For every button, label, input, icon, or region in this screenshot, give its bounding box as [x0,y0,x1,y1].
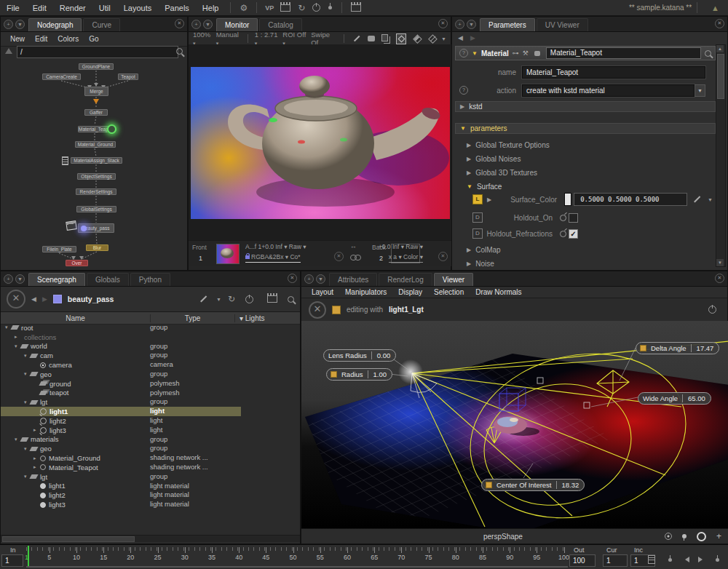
wrench-icon[interactable]: ⚒ [523,49,529,57]
viewer-viewport[interactable]: Lens Radius0.00 Radius1.00 Delta Angle17… [301,321,728,530]
pane-menu-icon[interactable]: ▼ [203,20,213,29]
menu-item[interactable]: File [0,4,26,12]
material-node-header[interactable]: ? ▼ Material ⊶ ⚒ Material_Teapot [455,46,716,60]
forward-icon[interactable]: ▶ [42,295,47,303]
column-lights[interactable]: ▾ Lights [235,314,300,322]
back-channels-text[interactable]: x a ▾ Color ▾ [389,253,423,263]
graph-node[interactable]: FileIn_Plate [42,246,76,252]
tab-scenegraph[interactable]: Scenegraph [28,273,85,286]
chevron-down-icon[interactable]: ▼ [708,197,713,202]
pane-menu-icon[interactable]: ▼ [15,274,25,284]
cur-field[interactable]: 1 [603,554,628,567]
graph-node[interactable]: CameraCreate [42,73,81,80]
tab-viewer[interactable]: Viewer [434,273,473,286]
node-search-input[interactable]: / [17,46,178,58]
scenegraph-row[interactable]: ▾ geo group [1,370,300,379]
graph-node[interactable]: Blur [86,244,108,251]
radius-manipulator[interactable]: Radius1.00 [326,368,392,381]
prev-keyframe-icon[interactable] [668,558,672,562]
menu-item[interactable]: Help [196,4,226,12]
pane-add-icon[interactable]: + [191,20,201,29]
back-icon[interactable]: ◀ [458,34,463,41]
layers-icon[interactable] [381,34,388,41]
monitor-image-area[interactable] [189,44,452,242]
tab-globals[interactable]: Globals [87,273,129,286]
lens-radius-manipulator[interactable]: Lens Radius0.00 [323,349,396,362]
step-back-icon[interactable] [685,557,689,562]
search-icon[interactable] [176,48,183,55]
render-slate-icon[interactable] [280,4,290,12]
graph-node[interactable]: Material_Teapot [78,126,112,132]
tab-renderlog[interactable]: RenderLog [379,273,432,286]
scenegraph-row[interactable]: ▸ Material_Ground shading network ... [1,453,300,463]
warning-icon[interactable]: ▲ [711,4,719,12]
scenegraph-row[interactable]: ▾ cam group [1,351,300,360]
group-colmap[interactable]: ▶ColMap [467,244,501,255]
holdout-refractions-checkbox[interactable]: ✓ [569,229,578,239]
group-surface[interactable]: ▼Surface [467,180,502,192]
pane-add-icon[interactable]: + [304,274,314,284]
compare-icon[interactable] [413,34,422,43]
graph-node[interactable]: MaterialAssign_Stack [71,157,122,164]
default-badge[interactable]: D [472,212,483,223]
group-global-3d-textures[interactable]: ▶Global 3D Textures [467,167,537,178]
expand-icon[interactable]: ▶ [487,196,491,203]
chevron-down-icon[interactable]: ▼ [441,36,446,41]
collapse-icon[interactable]: ▼ [472,50,478,57]
forward-icon[interactable]: ▶ [470,34,475,41]
name-input[interactable]: Material_Teapot [522,66,705,79]
comment-icon[interactable] [368,36,374,41]
refresh-icon[interactable]: ↻ [228,294,235,304]
settings-gear-icon[interactable]: ⚙ [240,3,248,13]
scrollbar-horizontal[interactable] [1,535,300,542]
in-field[interactable]: 1 [1,554,23,567]
graph-node[interactable]: GroundPlane [79,63,114,70]
nodegraph-menu-item[interactable]: Edit [31,35,51,43]
menu-item[interactable]: Panels [158,4,196,12]
comment-icon[interactable] [534,51,540,56]
close-icon[interactable]: ✕ [175,19,184,28]
scenegraph-row[interactable]: ▾ world group [1,342,300,351]
expression-icon[interactable] [560,231,566,237]
close-icon[interactable]: ✕ [438,19,448,28]
pixel-probe-icon[interactable] [428,34,437,43]
viewer-menu-item[interactable]: Layout [307,288,338,296]
pen-icon[interactable] [200,296,207,303]
pane-add-icon[interactable]: + [455,20,464,29]
front-clear-icon[interactable]: ✕ [334,252,344,261]
color-swatch[interactable] [564,193,571,206]
nodegraph-menu-item[interactable]: Go [85,35,102,43]
scenegraph-row[interactable]: light2 light material [1,490,300,500]
viewer-menu-item[interactable]: Selection [430,288,468,296]
clear-edit-icon[interactable]: ✕ [309,301,326,319]
pane-menu-icon[interactable]: ▼ [316,274,325,284]
color-values-field[interactable]: 0.5000 0.5000 0.5000 [574,193,687,206]
tab-parameters[interactable]: Parameters [480,18,535,31]
expander-icon[interactable]: ▸ [15,334,21,340]
camera-name-label[interactable]: perspShape [483,533,523,541]
help-icon[interactable]: ? [459,86,468,95]
graph-node[interactable]: Material_Ground [75,141,116,148]
flipbook-slate-icon[interactable] [351,4,361,12]
clear-scenegraph-icon[interactable]: ✕ [7,290,25,309]
scenegraph-row[interactable]: light1 light material [1,482,300,491]
group-global-texture-options[interactable]: ▶Global Texture Options [467,139,550,151]
scenegraph-row[interactable]: ▾ materials group [1,435,300,445]
out-field[interactable]: 100 [569,554,596,567]
graph-node[interactable]: Gaffer [84,109,108,116]
scenegraph-row[interactable]: camera camera [1,360,300,370]
nodegraph-menu-item[interactable]: Colors [54,35,82,43]
graph-node[interactable]: RenderSettings [76,188,116,195]
render-slate-icon[interactable] [267,295,277,303]
chevron-down-icon[interactable]: ▼ [695,84,705,97]
lookthrough-icon[interactable] [697,532,706,541]
viewer-menu-item[interactable]: Draw Normals [471,288,526,296]
tab-nodegraph[interactable]: Nodegraph [28,18,82,31]
flipbook-icon[interactable] [648,555,655,564]
search-icon[interactable] [705,50,711,57]
graph-node[interactable]: Merge [84,87,108,96]
tab-uv-viewer[interactable]: UV Viewer [537,18,588,31]
node-name-input[interactable]: Material_Teapot [546,47,701,59]
add-icon[interactable]: + [716,533,721,540]
delta-angle-manipulator[interactable]: Delta Angle17.47 [636,342,719,354]
